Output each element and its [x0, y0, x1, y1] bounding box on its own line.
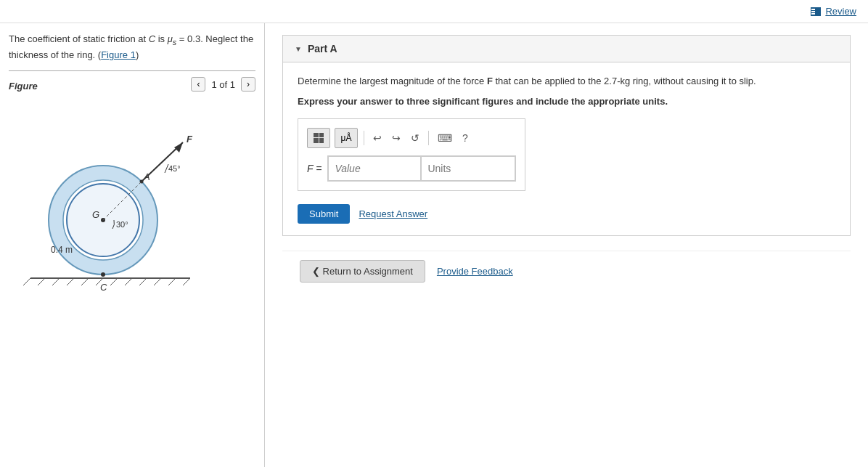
svg-line-1	[23, 278, 30, 285]
review-link[interactable]: Review	[811, 6, 856, 17]
request-answer-link[interactable]: Request Answer	[359, 208, 427, 219]
svg-line-2	[38, 278, 45, 285]
undo-icon[interactable]: ↩	[370, 129, 385, 147]
part-a-instruction: Express your answer to three significant…	[298, 96, 835, 107]
units-input[interactable]	[422, 155, 516, 182]
bottom-nav: ❮ Return to Assignment Provide Feedback	[282, 251, 851, 291]
svg-line-5	[81, 278, 89, 285]
svg-text:G: G	[92, 209, 99, 220]
figure-count: 1 of 1	[211, 79, 235, 90]
submit-button[interactable]: Submit	[298, 204, 350, 224]
svg-line-4	[67, 278, 74, 285]
svg-marker-22	[174, 142, 183, 153]
part-a-body: Determine the largest magnitude of the f…	[283, 62, 850, 235]
value-input[interactable]	[327, 155, 422, 182]
submit-area: Submit Request Answer	[298, 204, 835, 224]
answer-box: μÅ ↩ ↪ ↺ ⌨ ? F =	[298, 118, 525, 191]
figure-label: Figure	[9, 81, 38, 92]
svg-text:30°: 30°	[116, 220, 128, 229]
svg-point-27	[101, 272, 105, 277]
part-a-title: Part A	[308, 43, 337, 54]
redo-icon[interactable]: ↪	[389, 129, 404, 147]
input-row: F =	[307, 155, 516, 182]
figure-link[interactable]: Figure 1	[101, 49, 136, 60]
svg-text:45°: 45°	[168, 164, 181, 173]
part-a-header: ▼ Part A	[283, 36, 850, 62]
toolbar-sep-2	[428, 131, 429, 145]
svg-line-8	[125, 278, 132, 285]
svg-text:0.4 m: 0.4 m	[51, 245, 73, 255]
main-layout: The coefficient of static friction at C …	[0, 23, 868, 467]
svg-line-11	[168, 278, 176, 285]
next-figure-btn[interactable]: ›	[241, 77, 255, 92]
part-a-collapse-icon[interactable]: ▼	[295, 45, 302, 53]
refresh-icon[interactable]: ↺	[408, 129, 422, 147]
help-icon[interactable]: ?	[459, 129, 471, 147]
left-panel: The coefficient of static friction at C …	[0, 23, 265, 467]
svg-line-10	[154, 278, 161, 285]
svg-line-7	[110, 278, 118, 285]
svg-line-3	[52, 278, 60, 285]
mu-tool-btn[interactable]: μÅ	[335, 128, 358, 148]
svg-line-12	[183, 278, 190, 285]
figure-nav: ‹ 1 of 1 ›	[191, 77, 255, 92]
svg-text:F: F	[187, 134, 193, 145]
svg-line-9	[139, 278, 147, 285]
top-bar: Review	[0, 0, 868, 23]
matrix-tool-btn[interactable]	[307, 128, 330, 148]
answer-toolbar: μÅ ↩ ↪ ↺ ⌨ ?	[307, 128, 516, 148]
keyboard-icon[interactable]: ⌨	[435, 129, 455, 147]
diagram-area: G 30° A F 45°	[9, 100, 255, 304]
prev-figure-btn[interactable]: ‹	[191, 77, 205, 92]
svg-text:C: C	[100, 282, 107, 293]
right-panel: ▼ Part A Determine the largest magnitude…	[265, 23, 868, 467]
part-a-description: Determine the largest magnitude of the f…	[298, 74, 835, 89]
part-a-section: ▼ Part A Determine the largest magnitude…	[282, 35, 851, 236]
problem-text: The coefficient of static friction at C …	[9, 32, 255, 62]
eq-label: F =	[307, 163, 322, 174]
provide-feedback-link[interactable]: Provide Feedback	[437, 266, 513, 277]
review-label: Review	[825, 6, 856, 17]
toolbar-sep-1	[364, 131, 364, 145]
return-to-assignment-button[interactable]: ❮ Return to Assignment	[300, 260, 425, 283]
